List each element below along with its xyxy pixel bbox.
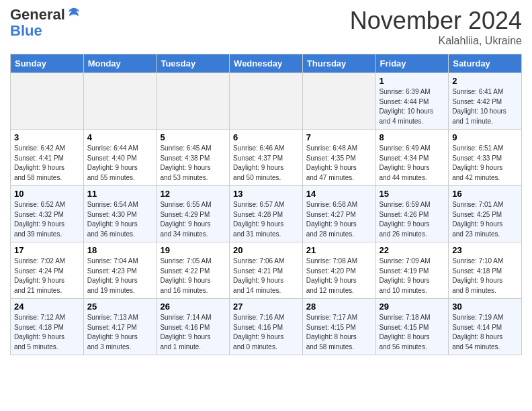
day-info: Sunrise: 6:54 AM Sunset: 4:30 PM Dayligh… bbox=[87, 200, 153, 239]
calendar-cell: 4Sunrise: 6:44 AM Sunset: 4:40 PM Daylig… bbox=[83, 130, 157, 186]
day-number: 17 bbox=[14, 245, 80, 255]
calendar-cell: 15Sunrise: 6:59 AM Sunset: 4:26 PM Dayli… bbox=[375, 186, 449, 242]
day-info: Sunrise: 7:06 AM Sunset: 4:21 PM Dayligh… bbox=[233, 257, 299, 295]
day-info: Sunrise: 6:49 AM Sunset: 4:34 PM Dayligh… bbox=[380, 144, 445, 183]
calendar-cell: 10Sunrise: 6:52 AM Sunset: 4:32 PM Dayli… bbox=[11, 186, 84, 242]
calendar-cell: 18Sunrise: 7:04 AM Sunset: 4:23 PM Dayli… bbox=[83, 242, 157, 299]
day-number: 23 bbox=[452, 245, 518, 255]
day-info: Sunrise: 6:57 AM Sunset: 4:28 PM Dayligh… bbox=[233, 200, 299, 239]
calendar-cell: 28Sunrise: 7:17 AM Sunset: 4:15 PM Dayli… bbox=[302, 299, 375, 355]
calendar-week-row: 17Sunrise: 7:02 AM Sunset: 4:24 PM Dayli… bbox=[11, 242, 522, 299]
calendar-cell: 1Sunrise: 6:39 AM Sunset: 4:44 PM Daylig… bbox=[375, 73, 449, 130]
day-info: Sunrise: 7:13 AM Sunset: 4:17 PM Dayligh… bbox=[87, 313, 153, 352]
logo-bird-icon bbox=[66, 6, 81, 21]
day-number: 3 bbox=[14, 132, 80, 142]
day-info: Sunrise: 6:46 AM Sunset: 4:37 PM Dayligh… bbox=[233, 144, 299, 183]
calendar-table: Sunday Monday Tuesday Wednesday Thursday… bbox=[10, 54, 522, 355]
day-info: Sunrise: 7:17 AM Sunset: 4:15 PM Dayligh… bbox=[306, 313, 372, 352]
month-title: November 2024 bbox=[350, 7, 522, 35]
col-saturday: Saturday bbox=[449, 54, 522, 73]
logo: General Blue bbox=[10, 7, 81, 39]
calendar-cell: 21Sunrise: 7:08 AM Sunset: 4:20 PM Dayli… bbox=[302, 242, 375, 299]
calendar-cell: 20Sunrise: 7:06 AM Sunset: 4:21 PM Dayli… bbox=[230, 242, 303, 299]
day-number: 2 bbox=[452, 76, 518, 86]
calendar-week-row: 24Sunrise: 7:12 AM Sunset: 4:18 PM Dayli… bbox=[11, 299, 522, 355]
day-info: Sunrise: 7:14 AM Sunset: 4:16 PM Dayligh… bbox=[160, 313, 226, 352]
day-info: Sunrise: 7:04 AM Sunset: 4:23 PM Dayligh… bbox=[87, 257, 153, 295]
calendar-week-row: 10Sunrise: 6:52 AM Sunset: 4:32 PM Dayli… bbox=[11, 186, 522, 242]
logo-text-blue: Blue bbox=[10, 23, 42, 39]
day-number: 24 bbox=[14, 302, 80, 312]
col-thursday: Thursday bbox=[302, 54, 375, 73]
day-info: Sunrise: 7:02 AM Sunset: 4:24 PM Dayligh… bbox=[14, 257, 80, 295]
day-number: 27 bbox=[233, 302, 299, 312]
day-number: 18 bbox=[87, 245, 153, 255]
calendar-cell bbox=[230, 73, 303, 130]
day-info: Sunrise: 6:55 AM Sunset: 4:29 PM Dayligh… bbox=[160, 200, 226, 239]
day-info: Sunrise: 6:45 AM Sunset: 4:38 PM Dayligh… bbox=[160, 144, 226, 183]
day-number: 20 bbox=[233, 245, 299, 255]
day-info: Sunrise: 6:39 AM Sunset: 4:44 PM Dayligh… bbox=[380, 87, 445, 126]
calendar-cell: 6Sunrise: 6:46 AM Sunset: 4:37 PM Daylig… bbox=[230, 130, 303, 186]
day-number: 1 bbox=[380, 76, 445, 86]
col-monday: Monday bbox=[83, 54, 157, 73]
calendar-week-row: 3Sunrise: 6:42 AM Sunset: 4:41 PM Daylig… bbox=[11, 130, 522, 186]
day-info: Sunrise: 7:19 AM Sunset: 4:14 PM Dayligh… bbox=[452, 313, 518, 352]
calendar-cell: 7Sunrise: 6:48 AM Sunset: 4:35 PM Daylig… bbox=[302, 130, 375, 186]
calendar-cell bbox=[157, 73, 230, 130]
day-number: 16 bbox=[452, 189, 518, 199]
location: Kalahliia, Ukraine bbox=[350, 35, 522, 47]
col-sunday: Sunday bbox=[11, 54, 84, 73]
calendar-cell: 19Sunrise: 7:05 AM Sunset: 4:22 PM Dayli… bbox=[157, 242, 230, 299]
day-info: Sunrise: 7:01 AM Sunset: 4:25 PM Dayligh… bbox=[452, 200, 518, 239]
day-number: 29 bbox=[380, 302, 445, 312]
page-header: General Blue November 2024 Kalahliia, Uk… bbox=[10, 7, 522, 47]
calendar-cell bbox=[11, 73, 84, 130]
calendar-cell: 25Sunrise: 7:13 AM Sunset: 4:17 PM Dayli… bbox=[83, 299, 157, 355]
day-info: Sunrise: 6:42 AM Sunset: 4:41 PM Dayligh… bbox=[14, 144, 80, 183]
title-block: November 2024 Kalahliia, Ukraine bbox=[350, 7, 522, 47]
day-number: 28 bbox=[306, 302, 372, 312]
calendar-cell: 24Sunrise: 7:12 AM Sunset: 4:18 PM Dayli… bbox=[11, 299, 84, 355]
day-number: 21 bbox=[306, 245, 372, 255]
calendar-cell: 11Sunrise: 6:54 AM Sunset: 4:30 PM Dayli… bbox=[83, 186, 157, 242]
day-number: 8 bbox=[380, 132, 445, 142]
day-number: 26 bbox=[160, 302, 226, 312]
calendar-cell: 22Sunrise: 7:09 AM Sunset: 4:19 PM Dayli… bbox=[375, 242, 449, 299]
day-info: Sunrise: 6:58 AM Sunset: 4:27 PM Dayligh… bbox=[306, 200, 372, 239]
day-info: Sunrise: 7:10 AM Sunset: 4:18 PM Dayligh… bbox=[452, 257, 518, 295]
day-number: 6 bbox=[233, 132, 299, 142]
calendar-cell: 16Sunrise: 7:01 AM Sunset: 4:25 PM Dayli… bbox=[449, 186, 522, 242]
col-tuesday: Tuesday bbox=[157, 54, 230, 73]
day-number: 15 bbox=[380, 189, 445, 199]
logo-text-general: General bbox=[10, 7, 65, 23]
calendar-cell: 30Sunrise: 7:19 AM Sunset: 4:14 PM Dayli… bbox=[449, 299, 522, 355]
calendar-cell: 9Sunrise: 6:51 AM Sunset: 4:33 PM Daylig… bbox=[449, 130, 522, 186]
day-info: Sunrise: 6:51 AM Sunset: 4:33 PM Dayligh… bbox=[452, 144, 518, 183]
calendar-cell: 8Sunrise: 6:49 AM Sunset: 4:34 PM Daylig… bbox=[375, 130, 449, 186]
calendar-cell: 14Sunrise: 6:58 AM Sunset: 4:27 PM Dayli… bbox=[302, 186, 375, 242]
day-info: Sunrise: 7:08 AM Sunset: 4:20 PM Dayligh… bbox=[306, 257, 372, 295]
day-number: 9 bbox=[452, 132, 518, 142]
calendar-cell: 3Sunrise: 6:42 AM Sunset: 4:41 PM Daylig… bbox=[11, 130, 84, 186]
calendar-cell: 5Sunrise: 6:45 AM Sunset: 4:38 PM Daylig… bbox=[157, 130, 230, 186]
day-number: 25 bbox=[87, 302, 153, 312]
day-number: 10 bbox=[14, 189, 80, 199]
day-info: Sunrise: 7:16 AM Sunset: 4:16 PM Dayligh… bbox=[233, 313, 299, 352]
day-info: Sunrise: 7:09 AM Sunset: 4:19 PM Dayligh… bbox=[380, 257, 445, 295]
col-wednesday: Wednesday bbox=[230, 54, 303, 73]
day-number: 11 bbox=[87, 189, 153, 199]
col-friday: Friday bbox=[375, 54, 449, 73]
day-info: Sunrise: 6:44 AM Sunset: 4:40 PM Dayligh… bbox=[87, 144, 153, 183]
day-number: 22 bbox=[380, 245, 445, 255]
day-number: 13 bbox=[233, 189, 299, 199]
calendar-cell: 29Sunrise: 7:18 AM Sunset: 4:15 PM Dayli… bbox=[375, 299, 449, 355]
day-number: 30 bbox=[452, 302, 518, 312]
day-info: Sunrise: 6:52 AM Sunset: 4:32 PM Dayligh… bbox=[14, 200, 80, 239]
calendar-cell: 12Sunrise: 6:55 AM Sunset: 4:29 PM Dayli… bbox=[157, 186, 230, 242]
calendar-header-row: Sunday Monday Tuesday Wednesday Thursday… bbox=[11, 54, 522, 73]
calendar-cell: 26Sunrise: 7:14 AM Sunset: 4:16 PM Dayli… bbox=[157, 299, 230, 355]
calendar-cell bbox=[83, 73, 157, 130]
calendar-cell: 17Sunrise: 7:02 AM Sunset: 4:24 PM Dayli… bbox=[11, 242, 84, 299]
calendar-cell bbox=[302, 73, 375, 130]
